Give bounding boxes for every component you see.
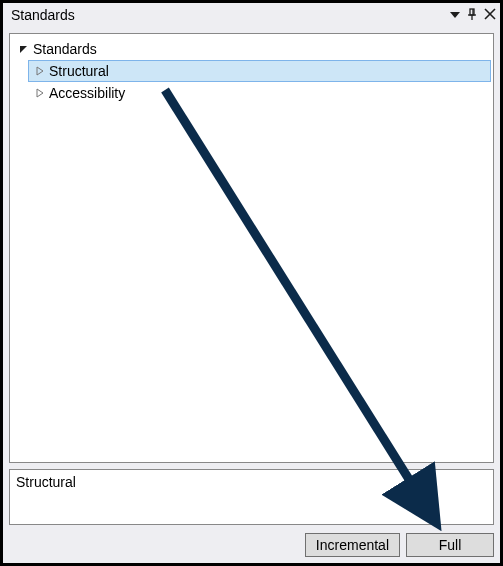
incremental-button[interactable]: Incremental [305, 533, 400, 557]
selection-name: Structural [16, 474, 76, 490]
selection-info-box: Structural [9, 469, 494, 525]
svg-marker-7 [20, 46, 27, 53]
tree-node-label: Accessibility [47, 85, 125, 101]
svg-marker-0 [450, 12, 460, 18]
tree-node-label: Structural [47, 63, 109, 79]
close-icon[interactable] [484, 7, 496, 23]
panel-title: Standards [11, 7, 450, 23]
standards-tree[interactable]: Standards Structural Accessibility [9, 33, 494, 463]
tree-node-structural[interactable]: Structural [28, 60, 491, 82]
svg-marker-9 [37, 89, 43, 97]
panel-content: Standards Structural Accessibility Struc… [3, 27, 500, 563]
expander-icon[interactable] [17, 44, 31, 54]
expander-icon[interactable] [33, 66, 47, 76]
tree-node-label: Standards [31, 41, 97, 57]
standards-panel: Standards [3, 3, 500, 563]
expander-icon[interactable] [33, 88, 47, 98]
panel-frame: Standards [0, 0, 503, 566]
button-row: Incremental Full [9, 531, 494, 557]
tree-node-root[interactable]: Standards [12, 38, 491, 60]
pin-icon[interactable] [466, 7, 478, 23]
panel-titlebar: Standards [3, 3, 500, 27]
full-button[interactable]: Full [406, 533, 494, 557]
dropdown-icon[interactable] [450, 7, 460, 23]
titlebar-controls [450, 7, 496, 23]
svg-marker-8 [37, 67, 43, 75]
tree-node-accessibility[interactable]: Accessibility [28, 82, 491, 104]
